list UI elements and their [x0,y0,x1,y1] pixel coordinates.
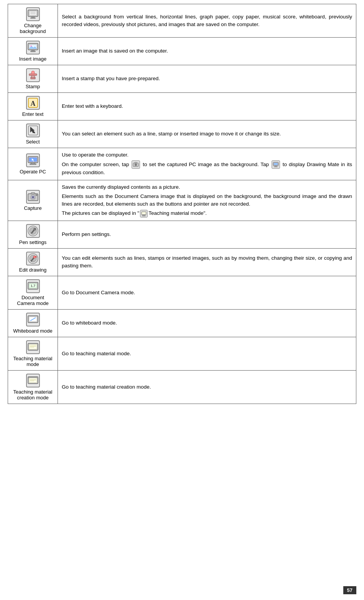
table-row: Capture Saves the currently displayed co… [8,180,356,221]
table-row: Operate PC Use to operate the computer. … [8,148,356,180]
icon-cell-enter-text: A Enter text [8,93,58,120]
table-row: Change background Select a background fr… [8,4,356,38]
teaching-mode-inline-icon [140,210,148,218]
desc-text: Go to Document Camera mode. [62,290,135,295]
icon-label-text: Pen settings [19,239,47,245]
icon-label: Insert image [12,41,54,62]
svg-rect-60 [29,345,37,349]
desc-pen-settings: Perform pen settings. [58,221,356,248]
icon-label: Capture [12,190,54,211]
icon-cell-stamp: Stamp [8,65,58,93]
capture-icon [26,190,40,204]
icon-cell-edit-drawing: Edit drawing [8,248,58,276]
svg-rect-27 [30,164,36,165]
icon-label: Select [12,124,54,145]
desc-text: Insert an image that is saved on the com… [62,48,168,54]
table-row: A Enter text Enter text with a keyboard. [8,93,356,120]
svg-text:1.7: 1.7 [30,284,35,288]
svg-rect-7 [31,18,35,18]
doc-camera-mode-icon: 1.7 [26,279,40,293]
icon-label-line1: Teaching material [13,389,53,395]
table-row: Select You can select an element such as… [8,120,356,148]
desc-doc-camera-mode: Go to Document Camera mode. [58,276,356,309]
svg-rect-35 [274,166,277,167]
svg-rect-33 [274,163,278,165]
icon-label: Pen settings [12,224,54,245]
table-row: Stamp Insert a stamp that you have pre-p… [8,65,356,93]
icon-label-text: Edit drawing [19,267,47,273]
desc-whiteboard-mode: Go to whiteboard mode. [58,309,356,337]
icon-cell-capture: Capture [8,180,58,221]
svg-rect-34 [275,166,277,166]
svg-rect-31 [135,162,137,163]
teaching-material-mode-icon [26,340,40,354]
icon-label: Teaching material mode [12,340,54,367]
icon-cell-teaching-creation-mode: Teaching material creation mode [8,370,58,404]
icon-cell-teaching-material-mode: Teaching material mode [8,337,58,370]
desc-text: Go to teaching material creation mode. [62,384,151,390]
icon-label: Whiteboard mode [12,313,54,334]
icon-cell-pen-settings: Pen settings [8,221,58,248]
desc-teaching-creation-mode: Go to teaching material creation mode. [58,370,356,404]
icon-cell-operate-pc: Operate PC [8,148,58,180]
icon-label-text: Stamp [26,84,40,89]
icon-label: Edit drawing [12,252,54,273]
whiteboard-mode-icon [26,313,40,326]
icon-label-text: Insert image [19,56,47,62]
feature-table: Change background Select a background fr… [8,4,356,404]
icon-cell-insert-image: Insert image [8,38,58,65]
svg-rect-40 [31,193,35,194]
display-inline-icon [272,160,280,169]
operate-pc-icon [26,153,40,167]
svg-point-16 [31,71,35,74]
svg-point-48 [34,228,36,230]
icon-label: Teaching material creation mode [12,374,54,401]
icon-label-text: Document Camera mode [12,295,54,306]
svg-rect-66 [28,377,38,378]
desc-change-background: Select a background from vertical lines,… [58,4,356,38]
icon-multiline-label: Teaching material creation mode [13,389,53,401]
icon-label-text: Capture [24,205,41,211]
icon-label-text: Operate PC [20,169,46,175]
teaching-inline-icon-wrapper [139,210,148,216]
enter-text-icon: A [26,96,40,110]
desc-text: Go to teaching material mode. [62,351,131,356]
icon-label: Operate PC [12,153,54,175]
table-row: 1.7 Document Camera mode Go to Document … [8,276,356,309]
icon-label: Stamp [12,68,54,89]
table-row: Edit drawing You can edit elements such … [8,248,356,276]
desc-text: You can select an element such as a line… [62,131,281,137]
desc-teaching-material-mode: Go to teaching material mode. [58,337,356,370]
desc-stamp: Insert a stamp that you have pre-prepare… [58,65,356,93]
desc-capture-2: Elements such as the Document Camera ima… [62,193,352,208]
svg-point-51 [33,256,36,258]
icon-label-text: Enter text [22,111,44,117]
svg-rect-12 [31,51,35,52]
desc-enter-text: Enter text with a keyboard. [58,93,356,120]
table-row: Teaching material mode Go to teaching ma… [8,337,356,370]
desc-text: Select a background from vertical lines,… [62,14,352,27]
icon-cell-select: Select [8,120,58,148]
desc-select: You can select an element such as a line… [58,120,356,148]
desc-capture-3: The pictures can be displayed in " Teach… [62,209,352,217]
desc-text: Go to whiteboard mode. [62,320,117,326]
desc-text: Insert a stamp that you have pre-prepare… [62,76,160,81]
icon-cell-change-background: Change background [8,4,58,38]
svg-rect-41 [36,195,37,196]
teaching-creation-mode-icon [26,374,40,387]
desc-capture: Saves the currently displayed contents a… [58,180,356,221]
desc-text: Perform pen settings. [62,231,111,237]
svg-rect-44 [143,215,145,216]
icon-label-text: Whiteboard mode [13,328,53,334]
icon-label: A Enter text [12,96,54,117]
desc-insert-image: Insert an image that is saved on the com… [58,38,356,65]
table-row: Pen settings Perform pen settings. [8,221,356,248]
edit-drawing-icon [26,252,40,265]
desc-text: Enter text with a keyboard. [62,103,123,109]
change-background-icon [26,7,40,21]
icon-cell-doc-camera-mode: 1.7 Document Camera mode [8,276,58,309]
desc-operate-pc: Use to operate the computer. On the comp… [58,148,356,180]
desc-text: You can edit elements such as lines, sta… [62,255,352,269]
insert-image-icon [26,41,40,54]
desc-para-2: On the computer screen, tap to set the c… [62,160,352,176]
